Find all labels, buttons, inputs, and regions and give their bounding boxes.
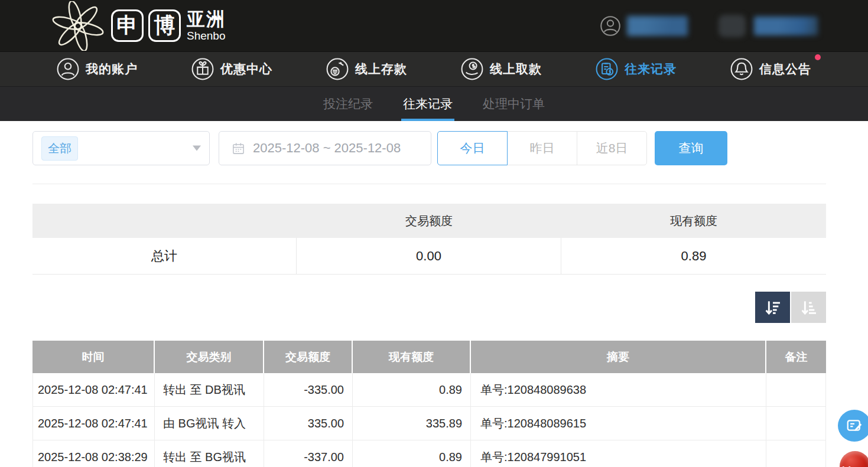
- nav-item-my-account[interactable]: 我的账户: [57, 58, 138, 80]
- cell-type: 转出 至 BG视讯: [155, 440, 264, 467]
- summary-header-row: 交易额度 现有额度: [32, 204, 826, 238]
- nav-label: 我的账户: [86, 61, 138, 77]
- filter-bar: 全部 2025-12-08 ~ 2025-12-08 今日 昨日 近8日 查询: [32, 131, 826, 165]
- red-promo-label: bb: [842, 465, 854, 467]
- brand-logo[interactable]: 申 博 亚洲 Shenbo: [50, 0, 226, 51]
- top-bar: 申 博 亚洲 Shenbo: [0, 0, 868, 51]
- col-remark: 备注: [766, 341, 826, 373]
- summary-header-current: 现有额度: [561, 204, 826, 238]
- logo-char-box-2: 博: [148, 9, 181, 42]
- cell-amount: -335.00: [264, 373, 353, 406]
- records-clipboard-clock-icon: [596, 58, 618, 80]
- nav-item-transaction-records[interactable]: 往来记录: [596, 58, 677, 80]
- table-header-row: 时间 交易类别 交易额度 现有额度 摘要 备注: [32, 341, 826, 373]
- section-divider: [32, 184, 826, 184]
- calendar-icon: [232, 142, 245, 155]
- sort-descending-button[interactable]: [755, 292, 790, 323]
- redacted-username: [627, 16, 688, 36]
- tab-betting-records[interactable]: 投注纪录: [322, 87, 374, 121]
- cell-summary: 单号:120848089638: [471, 373, 766, 406]
- summary-total-label: 总计: [32, 238, 297, 274]
- summary-header-empty: [32, 204, 297, 238]
- nav-item-announcements[interactable]: 信息公告: [730, 58, 811, 80]
- logo-region: 亚洲 Shenbo: [187, 10, 226, 41]
- cell-remark: [766, 373, 826, 406]
- category-select[interactable]: 全部: [32, 131, 210, 165]
- cell-summary: 单号:120848089615: [471, 407, 766, 440]
- chevron-down-icon: [193, 146, 201, 151]
- sort-descending-icon: [763, 298, 782, 317]
- cell-type: 转出 至 DB视讯: [155, 373, 264, 406]
- note-pencil-icon: [846, 417, 863, 435]
- summary-transaction-total: 0.00: [297, 238, 561, 274]
- deposit-coin-hand-icon: [326, 58, 349, 80]
- logo-region-cn: 亚洲: [187, 10, 226, 28]
- last-8-days-button[interactable]: 近8日: [577, 131, 647, 165]
- sub-tabs: 投注纪录 往来记录 处理中订单: [0, 86, 868, 121]
- cell-time: 2025-12-08 02:47:41: [32, 407, 155, 440]
- redacted-balance: [754, 17, 818, 35]
- sort-controls: [0, 292, 826, 323]
- nav-label: 优惠中心: [220, 61, 272, 77]
- logo-region-en: Shenbo: [187, 30, 226, 41]
- nav-item-withdraw[interactable]: 线上取款: [461, 58, 542, 80]
- nav-label: 往来记录: [625, 61, 677, 77]
- cell-time: 2025-12-08 02:47:41: [32, 373, 155, 406]
- cell-remark: [766, 407, 826, 440]
- summary-current-total: 0.89: [561, 238, 826, 274]
- today-button[interactable]: 今日: [437, 131, 508, 165]
- notification-red-dot: [815, 54, 821, 60]
- col-amount: 交易额度: [264, 341, 353, 373]
- tab-pending-orders[interactable]: 处理中订单: [482, 87, 546, 121]
- logo-char-box-1: 申: [111, 9, 144, 42]
- redacted-badge: [719, 15, 746, 37]
- records-table: 时间 交易类别 交易额度 现有额度 摘要 备注 2025-12-08 02:47…: [32, 341, 826, 467]
- withdraw-dollar-hand-icon: [461, 58, 483, 80]
- page: 申 博 亚洲 Shenbo 我的账户: [0, 0, 868, 467]
- tab-transaction-records[interactable]: 往来记录: [402, 87, 454, 121]
- table-row: 2025-12-08 02:47:41 由 BG视讯 转入 335.00 335…: [32, 407, 826, 440]
- nav-label: 信息公告: [759, 61, 811, 77]
- table-row: 2025-12-08 02:47:41 转出 至 DB视讯 -335.00 0.…: [32, 373, 826, 407]
- user-avatar-icon[interactable]: [600, 15, 621, 37]
- nav-item-promotions[interactable]: 优惠中心: [191, 58, 272, 80]
- user-circle-icon: [57, 58, 79, 80]
- cell-amount: -337.00: [264, 440, 353, 467]
- date-range-value: 2025-12-08 ~ 2025-12-08: [253, 141, 401, 156]
- cell-balance: 335.89: [353, 407, 471, 440]
- nav-label: 线上存款: [355, 61, 407, 77]
- flower-logo-icon: [50, 1, 106, 51]
- col-balance: 现有额度: [353, 341, 471, 373]
- col-type: 交易类别: [155, 341, 264, 373]
- search-button[interactable]: 查询: [655, 131, 727, 165]
- sort-ascending-icon: [799, 298, 818, 317]
- cell-amount: 335.00: [264, 407, 353, 440]
- summary-total-row: 总计 0.00 0.89: [32, 238, 826, 275]
- main-nav: 我的账户 优惠中心 线上存款 线上取款: [0, 51, 868, 86]
- cell-balance: 0.89: [353, 440, 471, 467]
- gift-icon: [191, 58, 214, 80]
- cell-type: 由 BG视讯 转入: [155, 407, 264, 440]
- col-summary: 摘要: [471, 341, 766, 373]
- yesterday-button[interactable]: 昨日: [507, 131, 577, 165]
- quick-date-group: 今日 昨日 近8日: [437, 131, 647, 165]
- cell-balance: 0.89: [353, 373, 471, 406]
- summary-header-transaction: 交易额度: [297, 204, 561, 238]
- cell-remark: [766, 440, 826, 467]
- date-range-input[interactable]: 2025-12-08 ~ 2025-12-08: [219, 131, 431, 165]
- col-time: 时间: [32, 341, 155, 373]
- feedback-note-button[interactable]: [838, 410, 868, 442]
- table-row: 2025-12-08 02:38:29 转出 至 BG视讯 -337.00 0.…: [32, 440, 826, 467]
- nav-label: 线上取款: [490, 61, 542, 77]
- bell-icon: [730, 58, 753, 80]
- category-chip[interactable]: 全部: [41, 136, 78, 161]
- red-promo-button[interactable]: bb: [840, 451, 868, 467]
- nav-item-deposit[interactable]: 线上存款: [326, 58, 407, 80]
- cell-summary: 单号:120847991051: [471, 440, 766, 467]
- summary-table: 交易额度 现有额度 总计 0.00 0.89: [32, 204, 826, 275]
- sort-ascending-button[interactable]: [791, 292, 826, 323]
- user-area: [600, 0, 818, 51]
- cell-time: 2025-12-08 02:38:29: [32, 440, 155, 467]
